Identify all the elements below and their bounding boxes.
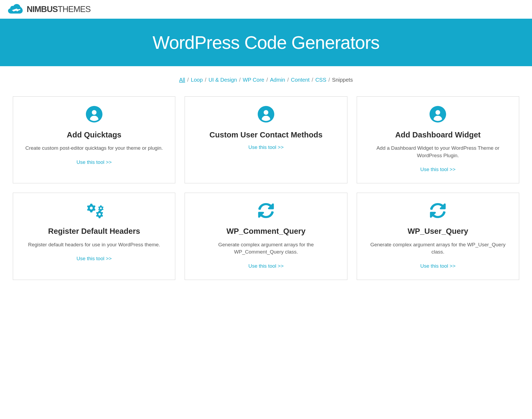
filter-separator: / xyxy=(266,77,268,83)
filter-link-snippets: Snippets xyxy=(332,77,353,83)
brand-name: NIMBUSTHEMES xyxy=(27,5,90,14)
tool-title: WP_Comment_Query xyxy=(227,226,306,236)
tool-card: Add Dashboard WidgetAdd a Dashboard Widg… xyxy=(357,96,519,183)
tool-title: Add Quicktags xyxy=(67,130,121,140)
user-icon xyxy=(86,106,102,122)
tool-card: Add QuicktagsCreate custom post-editor q… xyxy=(13,96,175,183)
filter-link-loop[interactable]: Loop xyxy=(191,77,203,83)
filter-link-admin[interactable]: Admin xyxy=(270,77,285,83)
filter-separator: / xyxy=(312,77,313,83)
use-tool-link[interactable]: Use this tool >> xyxy=(420,263,455,269)
use-tool-link[interactable]: Use this tool >> xyxy=(248,263,284,269)
user-icon xyxy=(258,106,274,122)
filter-separator: / xyxy=(239,77,241,83)
tool-description: Register default headers for use in your… xyxy=(28,241,160,248)
hero-banner: WordPress Code Generators xyxy=(0,19,532,66)
tool-description: Add a Dashboard Widget to your WordPress… xyxy=(365,144,511,159)
filter-separator: / xyxy=(205,77,207,83)
tool-title: WP_User_Query xyxy=(408,226,468,236)
cloud-plane-icon xyxy=(8,4,25,15)
tool-description: Create custom post-editor quicktags for … xyxy=(25,144,163,152)
tool-title: Custom User Contact Methods xyxy=(209,130,323,140)
filter-link-all[interactable]: All xyxy=(179,77,185,83)
tool-title: Register Default Headers xyxy=(48,226,140,236)
tool-card: WP_Comment_QueryGenerate complex argumen… xyxy=(185,193,347,280)
brand-logo[interactable]: NIMBUSTHEMES xyxy=(8,4,524,15)
filter-separator: / xyxy=(328,77,330,83)
refresh-icon xyxy=(258,202,274,219)
tool-card: Register Default HeadersRegister default… xyxy=(13,193,175,280)
filter-separator: / xyxy=(287,77,289,83)
filter-link-ui-design[interactable]: UI & Design xyxy=(208,77,237,83)
header-bar: NIMBUSTHEMES xyxy=(0,0,532,19)
use-tool-link[interactable]: Use this tool >> xyxy=(420,167,455,172)
filter-link-content[interactable]: Content xyxy=(291,77,309,83)
use-tool-link[interactable]: Use this tool >> xyxy=(248,144,284,150)
user-icon xyxy=(430,106,446,122)
tool-card: Custom User Contact MethodsUse this tool… xyxy=(185,96,347,183)
filter-link-css[interactable]: CSS xyxy=(315,77,326,83)
cards-grid: Add QuicktagsCreate custom post-editor q… xyxy=(0,88,532,288)
tool-description: Generate complex argument arrays for the… xyxy=(193,241,339,256)
use-tool-link[interactable]: Use this tool >> xyxy=(77,256,112,262)
refresh-icon xyxy=(430,202,446,219)
use-tool-link[interactable]: Use this tool >> xyxy=(77,159,112,165)
gears-icon xyxy=(86,202,102,219)
filter-nav: All/Loop/UI & Design/WP Core/Admin/Conte… xyxy=(0,66,532,88)
filter-separator: / xyxy=(187,77,189,83)
tool-card: WP_User_QueryGenerate complex argument a… xyxy=(357,193,519,280)
filter-link-wp-core[interactable]: WP Core xyxy=(243,77,264,83)
tool-description: Generate complex argument arrays for the… xyxy=(365,241,511,256)
tool-title: Add Dashboard Widget xyxy=(395,130,481,140)
page-title: WordPress Code Generators xyxy=(5,32,527,53)
